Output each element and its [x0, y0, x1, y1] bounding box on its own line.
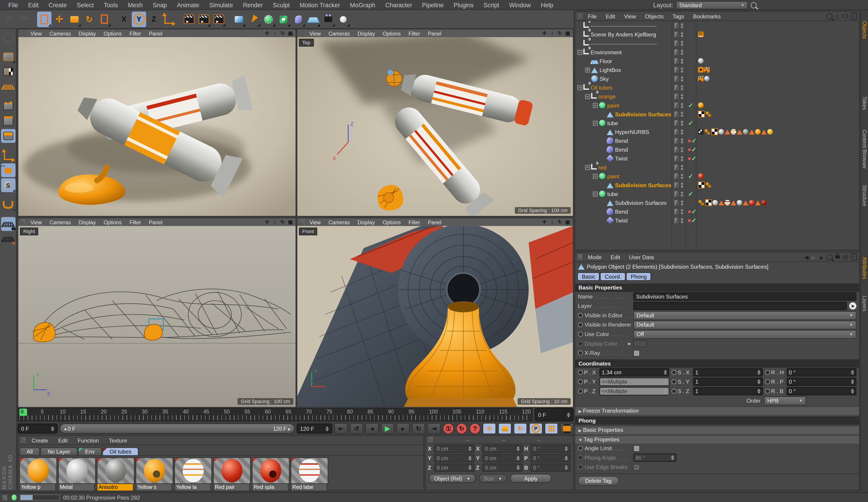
mi-item[interactable]: User Data	[624, 254, 658, 260]
mi-item[interactable]: Sculpt	[268, 1, 295, 8]
animation-dot[interactable]	[578, 322, 583, 327]
collapse-icon[interactable]: −	[585, 94, 590, 99]
coordinate-mode-dropdown[interactable]: Object (Rel)▼	[429, 474, 475, 483]
px-field[interactable]: 1.34 cm	[599, 368, 669, 377]
viewport-solo-button[interactable]	[1, 163, 16, 177]
check-icon[interactable]	[688, 120, 694, 126]
key-rotation-toggle[interactable]: ↻	[514, 423, 527, 434]
object-tree-row[interactable]: −orange	[575, 92, 859, 101]
grip-icon[interactable]	[577, 254, 582, 259]
vpm-item[interactable]: Options	[379, 219, 405, 225]
reddot-icon[interactable]	[688, 157, 691, 160]
add-panel-icon[interactable]: +	[851, 13, 857, 19]
vpm-item[interactable]: Filter	[405, 30, 424, 36]
animation-dot[interactable]	[765, 379, 770, 384]
sphere-gray-icon[interactable]	[743, 129, 748, 134]
mograph-button[interactable]	[276, 11, 291, 27]
object-tree-row[interactable]: Bend	[575, 145, 859, 154]
check-icon[interactable]	[688, 173, 694, 179]
mi-item[interactable]: Mesh	[123, 1, 148, 8]
viewport-front[interactable]: ViewCamerasDisplayOptionsFilterPanel ✢ ↕…	[297, 217, 574, 407]
animation-dot[interactable]	[765, 370, 770, 375]
scale-tool[interactable]	[67, 11, 81, 27]
perspective-canvas[interactable]	[18, 37, 296, 216]
object-tree-row[interactable]: Floor	[575, 57, 859, 65]
size-mode-dropdown[interactable]: Size▼	[478, 474, 507, 483]
viewport-perspective[interactable]: ViewCamerasDisplayOptionsFilterPanel ✢ ↕…	[18, 29, 296, 216]
render-picture-viewer-button[interactable]	[196, 11, 211, 27]
history-forward-icon[interactable]: ▶	[812, 254, 816, 260]
goto-end-button[interactable]: ⇥	[427, 423, 441, 434]
sphere-red-icon[interactable]	[749, 200, 754, 205]
sphere-orange-icon[interactable]	[698, 103, 703, 108]
rotate-tool[interactable]: ↻	[82, 11, 96, 27]
object-tree-row[interactable]: −paint	[575, 101, 859, 110]
maximize-icon[interactable]: ▣	[287, 219, 293, 225]
texture-mode-button[interactable]	[1, 65, 16, 79]
visibility-toggles[interactable]	[674, 111, 683, 118]
grip-icon[interactable]	[577, 13, 582, 19]
collapse-icon[interactable]: −	[593, 103, 598, 108]
mi-item[interactable]: Motion Tracker	[295, 1, 345, 8]
sx-field[interactable]: 1	[693, 368, 763, 377]
vpm-item[interactable]: Cameras	[46, 219, 75, 225]
model-mode-button[interactable]	[1, 50, 16, 64]
visibility-toggles[interactable]	[674, 102, 683, 109]
home-icon[interactable]: ⌂	[835, 12, 839, 20]
rotate-view-icon[interactable]: ↻	[279, 219, 286, 225]
spinner-icon[interactable]	[326, 426, 329, 431]
visibility-toggles[interactable]	[674, 40, 683, 47]
grip-icon[interactable]	[300, 31, 304, 36]
rh-field[interactable]: 0 °	[787, 368, 856, 377]
deformer-button[interactable]	[291, 11, 306, 27]
vpm-item[interactable]: Display	[354, 219, 379, 225]
material-item[interactable]: Red spla	[252, 458, 289, 491]
use-color-dropdown[interactable]: Off▼	[633, 330, 856, 339]
reddot-icon[interactable]	[688, 139, 691, 142]
right-canvas[interactable]: Y Z	[18, 226, 296, 407]
pan-icon[interactable]: ✢	[541, 30, 548, 36]
object-tree-row[interactable]: Twist	[575, 216, 859, 225]
key-parameter-toggle[interactable]: P	[529, 423, 542, 434]
tab-objects[interactable]: Objects	[861, 19, 868, 41]
mi-item[interactable]: Character	[380, 1, 417, 8]
tab-phong[interactable]: Phong	[626, 273, 651, 281]
visibility-toggles[interactable]	[674, 181, 683, 188]
tri-icon[interactable]	[761, 129, 767, 134]
object-tree-row[interactable]: --------------------------------	[575, 39, 859, 48]
workplane-reset-button[interactable]: ↻	[1, 232, 16, 246]
rotate-view-icon[interactable]: ↻	[279, 30, 286, 36]
phong-basic-properties-section[interactable]: ▶ Basic Properties	[575, 426, 859, 434]
visibility-toggles[interactable]	[674, 155, 683, 162]
play-button[interactable]: ▶	[381, 423, 394, 434]
render-settings-button[interactable]	[211, 11, 226, 27]
maximize-icon[interactable]: ▣	[287, 30, 293, 36]
key-pla-toggle[interactable]	[545, 423, 558, 434]
check-icon[interactable]	[692, 155, 697, 161]
key-scale-toggle[interactable]	[498, 423, 512, 434]
tab-attributes[interactable]: Attributes	[861, 255, 868, 281]
mi-item[interactable]: Select	[72, 1, 99, 8]
goto-start-button[interactable]: ⇤	[334, 423, 348, 434]
vpm-item[interactable]: Filter	[126, 219, 145, 225]
visibility-toggles[interactable]	[674, 217, 683, 224]
previous-key-button[interactable]: ↺	[350, 423, 363, 434]
vpm-item[interactable]: Display	[354, 30, 379, 36]
search-icon[interactable]	[826, 13, 833, 19]
object-tree-row[interactable]: −paint	[575, 172, 859, 181]
grip-icon[interactable]	[300, 219, 304, 225]
tri-icon[interactable]	[743, 200, 748, 205]
sphere-label-o-icon[interactable]	[731, 129, 736, 134]
xray-checkbox[interactable]	[633, 350, 640, 356]
path-icon[interactable]	[842, 14, 848, 18]
object-tree-row[interactable]: −Oil tubes	[575, 83, 859, 92]
material-item[interactable]: Yellow s	[136, 458, 173, 491]
front-canvas[interactable]: Y	[297, 226, 573, 407]
object-tree-row[interactable]: Twist	[575, 154, 859, 163]
mi-item[interactable]: MoGraph	[345, 1, 380, 8]
rotation-p-field[interactable]: 0 °	[530, 454, 571, 462]
animation-dot[interactable]	[578, 389, 583, 393]
check-icon[interactable]	[692, 138, 697, 143]
material-item[interactable]: Red labe	[291, 458, 328, 491]
history-back-icon[interactable]: ◀	[804, 254, 809, 260]
